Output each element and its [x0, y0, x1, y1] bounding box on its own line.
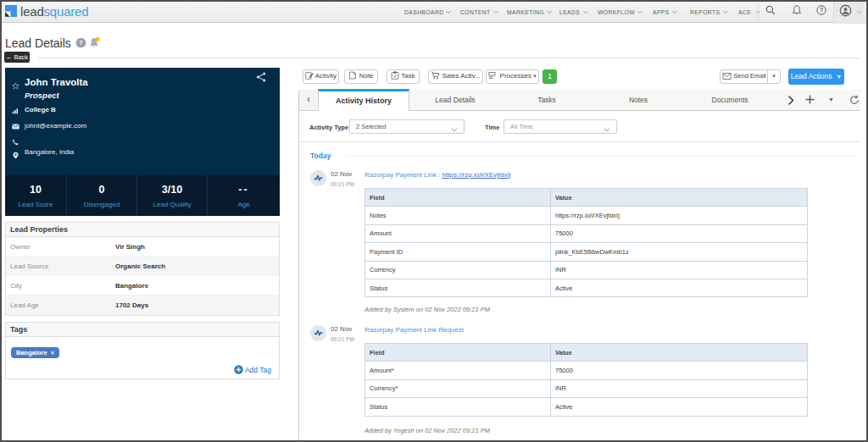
svg-text:?: ?: [820, 7, 823, 13]
svg-text:?: ?: [79, 39, 83, 47]
